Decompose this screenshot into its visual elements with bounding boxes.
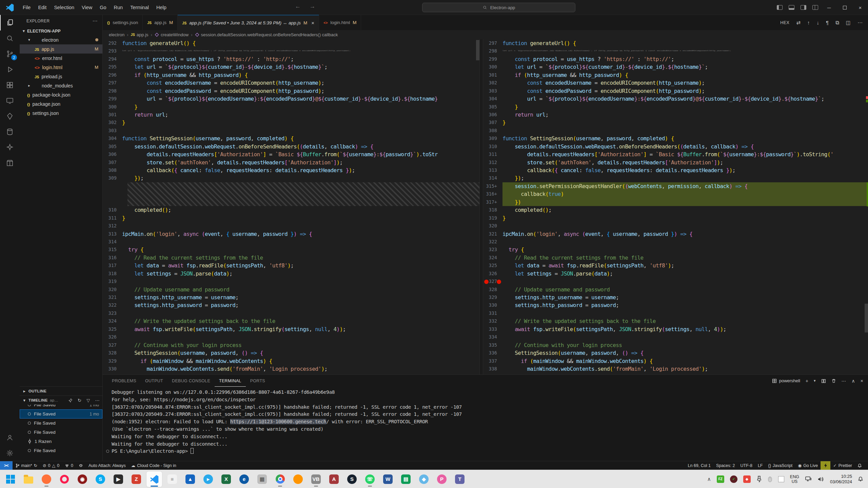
debug-item[interactable] — [76, 461, 86, 470]
file-tree-item-preload.js[interactable]: JSpreload.js — [20, 72, 102, 81]
taskbar-app-vscode[interactable] — [146, 471, 162, 487]
diff-right-pane[interactable]: 297function generateUrl() {298let url = … — [483, 39, 868, 374]
code-line[interactable]: 294 const protocol = use_https ? 'https:… — [103, 55, 479, 63]
outline-section-header[interactable]: ▸ OUTLINE — [20, 386, 102, 395]
go-live-item[interactable]: ◉ Go Live — [795, 461, 821, 470]
word-wrap-icon[interactable]: ⧉ — [835, 20, 839, 26]
explorer-more-icon[interactable]: ⋯ — [93, 18, 98, 24]
code-line[interactable]: 297function generateUrl() { — [483, 39, 868, 47]
taskbar-app-media-player[interactable]: ▶ — [111, 471, 126, 487]
activity-extensions-icon[interactable] — [0, 77, 20, 93]
tab-app.js[interactable]: JSapp.js (File Saved • June 3, 2024 at 5… — [178, 15, 319, 30]
command-center-search[interactable]: Electron-app — [422, 3, 575, 12]
terminal-prompt[interactable]: PS E:\Angular\Electron-app> — [112, 448, 868, 455]
code-line[interactable]: 300 let url = `${protocol}${customer_id}… — [483, 63, 868, 71]
mouse-icon[interactable] — [768, 476, 772, 483]
tab-login.html[interactable]: <>login.htmlM — [319, 15, 361, 30]
taskbar-app-skype[interactable]: S — [93, 471, 108, 487]
language-indicator[interactable]: ENGUS — [790, 474, 799, 484]
panel-close-icon[interactable]: × — [861, 378, 863, 384]
code-line[interactable]: 320 // Update username and password — [103, 286, 479, 293]
code-line[interactable]: 308 — [483, 127, 868, 135]
swap-file-icon[interactable]: ⇄ — [796, 20, 801, 26]
kill-terminal-icon[interactable] — [831, 379, 836, 383]
more-icon[interactable]: ⋯ — [857, 20, 863, 26]
code-line[interactable]: 300 } — [103, 103, 479, 111]
menu-file[interactable]: File — [19, 3, 34, 12]
code-line[interactable]: 292function generateUrl() { — [103, 39, 479, 47]
menu-terminal[interactable]: Terminal — [126, 3, 153, 12]
terminal-dropdown-icon[interactable]: ▾ — [814, 379, 816, 383]
remote-indicator[interactable]: >< — [0, 461, 13, 470]
tab-settings.json[interactable]: {}settings.json — [103, 15, 143, 30]
code-line[interactable]: 337 if (mainWindow && mainWindow.webCont… — [483, 357, 868, 365]
encoding-item[interactable]: UTF-8 — [737, 461, 755, 470]
git-branch-item[interactable]: main* ↻ — [13, 461, 40, 470]
code-line[interactable]: 319 — [103, 278, 479, 285]
diff-sash[interactable] — [480, 39, 483, 374]
code-line[interactable]: 304 url = `${protocol}${encodedUsername}… — [483, 95, 868, 103]
taskbar-app-notepad[interactable]: ≡ — [164, 471, 180, 487]
menu-run[interactable]: Run — [110, 3, 127, 12]
menu-edit[interactable]: Edit — [34, 3, 50, 12]
toggle-sidebar-icon[interactable] — [777, 5, 783, 10]
code-line[interactable]: 311} — [103, 214, 479, 222]
code-line[interactable]: 314 }); — [483, 174, 868, 182]
code-line[interactable]: 334 — [483, 333, 868, 341]
panel-tab-debug-console[interactable]: DEBUG CONSOLE — [167, 375, 215, 387]
code-line[interactable]: 318 completed(); — [483, 206, 868, 214]
shell-selector[interactable]: powershell — [772, 378, 800, 383]
taskbar-app-paint[interactable]: P — [434, 471, 450, 487]
activity-settings-gear-icon[interactable] — [0, 445, 20, 461]
code-line[interactable]: 321ipcMain.on('login', async (event, { u… — [483, 230, 868, 238]
activity-package-box-icon[interactable] — [0, 155, 20, 171]
split-editor-icon[interactable]: ◫ — [846, 20, 851, 26]
taskbar-app-vbnet[interactable]: VB — [308, 471, 324, 487]
maximize-button[interactable] — [837, 0, 852, 15]
taskbar-app-recorder[interactable]: ◉ — [75, 471, 90, 487]
hex-toggle[interactable]: HEX — [780, 20, 789, 25]
security-tray-icon[interactable]: ✓ — [730, 475, 737, 483]
pilcrow-icon[interactable]: ¶ — [826, 20, 829, 25]
code-line[interactable]: 330 mainWindow.webContents.send('fromMai… — [103, 365, 479, 373]
taskbar-app-teams[interactable]: T — [452, 471, 468, 487]
activity-search-icon[interactable] — [0, 30, 20, 46]
taskbar-app-steam[interactable]: S — [344, 471, 360, 487]
project-root-row[interactable]: ▾ ELECTRON-APP — [20, 27, 102, 35]
code-line[interactable]: 293let url = `${protocol}${customer_id}-… — [103, 47, 479, 55]
close-tab-icon[interactable]: × — [311, 20, 314, 26]
code-line[interactable]: 305 session.defaultSession.webRequest.on… — [103, 143, 479, 150]
code-line[interactable]: 310 completed(); — [103, 206, 479, 214]
code-line[interactable]: 329 settings.http_username = username; — [483, 293, 868, 301]
code-line[interactable]: 331 — [483, 309, 868, 317]
file-tree-item-package.json[interactable]: {}package.json — [20, 99, 102, 108]
panel-tab-terminal[interactable]: TERMINAL — [215, 375, 246, 387]
taskbar-app-edge[interactable]: e — [236, 471, 252, 487]
filezilla-icon[interactable]: FZ — [717, 475, 724, 483]
file-tree-item-login.html[interactable]: <>login.htmlM — [20, 63, 102, 72]
timeline-item[interactable]: File Saved — [20, 428, 102, 437]
notification-bell-icon[interactable] — [858, 476, 863, 482]
activity-source-control-icon[interactable]: 2 — [0, 46, 20, 62]
code-line[interactable]: 312 store.set('authToken', details.reque… — [483, 159, 868, 166]
taskbar-app-kite[interactable]: Z — [129, 471, 144, 487]
code-line[interactable]: 326 let settings = JSON.parse(data); — [483, 270, 868, 278]
breadcrumb-segment[interactable]: electron — [109, 32, 124, 37]
code-line[interactable]: 328 // Update username and password — [483, 286, 868, 293]
code-line[interactable]: 338 mainWindow.webContents.send('fromMai… — [483, 365, 868, 373]
sync-tray-icon[interactable]: ◆ — [743, 475, 751, 483]
activity-explorer-icon[interactable] — [0, 15, 20, 30]
scrollbar-thumb[interactable] — [476, 40, 479, 60]
breakpoint-dot[interactable] — [484, 280, 489, 284]
timeline-item[interactable]: File Saved1 mo — [20, 405, 102, 409]
timeline-section-header[interactable]: ▾ TIMELINE ap... ↻ ▽ ⋯ — [20, 395, 102, 405]
file-tree-item-error.html[interactable]: <>error.html — [20, 54, 102, 63]
code-line[interactable]: 324 // Write the updated settings back t… — [103, 317, 479, 325]
code-line[interactable]: 335 // Continue with your login process — [483, 341, 868, 349]
code-line[interactable]: 299 const protocol = use_https ? 'https:… — [483, 55, 868, 63]
code-line[interactable]: 313 callback({ cancel: false, requestHea… — [483, 166, 868, 174]
code-line[interactable]: 303 const encodedPassword = encodeURICom… — [483, 87, 868, 95]
code-line[interactable]: 308 callback({ cancel: false, requestHea… — [103, 166, 479, 174]
code-line[interactable]: 310 session.defaultSession.webRequest.on… — [483, 143, 868, 150]
network-icon[interactable] — [805, 476, 812, 482]
